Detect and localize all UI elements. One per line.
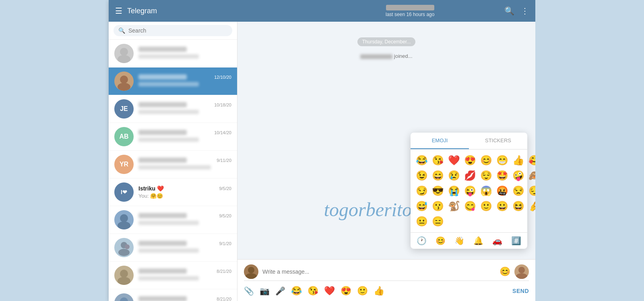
svg-point-11 (120, 297, 128, 301)
emoji-item[interactable]: 😗 (431, 199, 445, 213)
more-icon[interactable]: ⋮ (521, 6, 529, 16)
date-divider: Thursday, December... (246, 38, 527, 45)
chat-info-je: 10/18/20 (138, 102, 231, 116)
chat-name-p7 (138, 241, 187, 246)
toolbar-emoji-3[interactable]: 😍 (341, 286, 351, 296)
emoji-cat-notifications[interactable]: 🔔 (473, 236, 483, 246)
list-item-ab[interactable]: AB 10/14/20 (109, 123, 237, 151)
header: ☰ Telegram last seen 16 hours ago 🔍 ⋮ (109, 0, 535, 22)
emoji-item[interactable]: 💋 (463, 169, 477, 182)
chat-name-blurred (138, 47, 187, 52)
avatar-yr: YR (114, 155, 134, 174)
toolbar-heart[interactable]: ❤️ (324, 286, 335, 296)
chat-preview-active (138, 82, 199, 86)
emoji-item[interactable]: 😢 (447, 169, 461, 182)
emoji-item[interactable]: 🙈 (527, 169, 535, 182)
emoji-item[interactable]: 😭 (447, 184, 461, 198)
emoji-item[interactable]: 😜 (463, 184, 477, 198)
list-item-istriku[interactable]: I❤ Istriku ❤️ 9/5/20 You: 🤗😊 (109, 178, 237, 206)
list-item-p8[interactable]: 8/21/20 (109, 262, 237, 289)
emoji-item[interactable]: 😍 (463, 154, 477, 167)
toolbar-emoji-2[interactable]: 😘 (308, 286, 318, 296)
emoji-picker-tabs: EMOJI STICKERS (411, 133, 527, 149)
system-message: joined... (246, 53, 527, 59)
emoji-item[interactable]: 👍 (511, 154, 526, 167)
emoji-item[interactable]: 😱 (479, 184, 493, 198)
emoji-item[interactable]: 😌 (479, 169, 493, 182)
emoji-item[interactable]: 😊 (479, 154, 493, 167)
date-label: Thursday, December... (357, 37, 416, 46)
emoji-item[interactable]: 🤪 (511, 169, 526, 182)
emoji-item[interactable]: 😐 (415, 215, 429, 228)
emoji-item[interactable]: 🤌 (527, 199, 535, 213)
emoji-item[interactable]: 😑 (431, 215, 445, 228)
search-bar: 🔍 (109, 22, 237, 40)
svg-point-4 (120, 214, 128, 222)
list-item-je[interactable]: JE 10/18/20 (109, 95, 237, 123)
emoji-item[interactable]: 😉 (415, 169, 429, 182)
send-button[interactable]: SEND (512, 288, 529, 294)
svg-point-5 (118, 221, 130, 229)
mic-icon[interactable]: 🎤 (275, 286, 285, 296)
emoji-item[interactable]: 😄 (431, 169, 445, 182)
search-icon[interactable]: 🔍 (504, 6, 514, 16)
emoji-item[interactable]: 😆 (511, 199, 526, 213)
list-item-yr[interactable]: YR 9/11/20 (109, 151, 237, 178)
emoji-item[interactable]: 🐒 (447, 199, 461, 213)
emoji-item[interactable]: 🤩 (495, 169, 510, 182)
app-title: Telegram (127, 7, 316, 15)
search-input[interactable] (128, 27, 227, 34)
emoji-item[interactable]: 😒 (511, 184, 526, 198)
chat-name-je (138, 102, 187, 107)
toolbar-thumbsup[interactable]: 👍 (374, 286, 384, 296)
emoji-picker-toggle[interactable]: 😊 (500, 266, 510, 277)
avatar-p6 (114, 210, 134, 229)
list-item[interactable] (109, 40, 237, 68)
emoji-item[interactable]: ❤️ (447, 154, 461, 167)
camera-icon[interactable]: 📷 (260, 286, 270, 296)
menu-icon[interactable]: ☰ (115, 6, 122, 16)
chat-name-istriku: Istriku ❤️ (138, 185, 164, 192)
emoji-cat-recent[interactable]: 🕐 (417, 236, 427, 246)
emoji-cat-gestures[interactable]: 👋 (454, 236, 464, 246)
chat-list: 12/10/20 JE 10/18/20 (109, 40, 237, 301)
attach-icon[interactable]: 📎 (244, 286, 254, 296)
list-item-p6[interactable]: 9/5/20 (109, 206, 237, 234)
chat-preview-je (138, 110, 199, 114)
message-input[interactable] (262, 265, 495, 278)
emoji-cat-smileys[interactable]: 😊 (436, 236, 446, 246)
emoji-cat-travel[interactable]: 🚗 (492, 236, 502, 246)
emoji-item[interactable]: 😅 (415, 199, 429, 213)
chat-info-p8: 8/21/20 (138, 268, 231, 282)
chat-preview-istriku: You: 🤗😊 (138, 193, 231, 199)
emoji-item[interactable]: 😋 (463, 199, 477, 213)
emoji-item[interactable]: 😔 (527, 184, 535, 198)
emoji-item[interactable]: 🙂 (479, 199, 493, 213)
chat-info (138, 47, 231, 60)
chat-name-p8 (138, 268, 187, 274)
header-chat-info: last seen 16 hours ago (316, 5, 505, 17)
list-item-p7[interactable]: 9/1/20 (109, 234, 237, 262)
list-item-p9[interactable]: 8/21/20 (109, 289, 237, 301)
tab-stickers[interactable]: STICKERS (469, 133, 527, 149)
chat-time-je: 10/18/20 (214, 102, 231, 107)
emoji-item[interactable]: 😘 (431, 154, 445, 167)
emoji-item[interactable]: 😎 (431, 184, 445, 198)
emoji-item[interactable]: 😁 (495, 154, 510, 167)
emoji-item[interactable]: 😏 (415, 184, 429, 198)
tab-emoji[interactable]: EMOJI (411, 133, 469, 149)
toolbar-emoji-1[interactable]: 😂 (291, 286, 302, 296)
emoji-item[interactable]: 😀 (495, 199, 510, 213)
toolbar-emoji-4[interactable]: 🙂 (357, 286, 368, 296)
avatar-istriku: I❤ (114, 182, 134, 202)
emoji-cat-symbols[interactable]: #️⃣ (511, 236, 521, 246)
header-icons: 🔍 ⋮ (504, 6, 529, 16)
avatar (114, 44, 134, 63)
list-item-active[interactable]: 12/10/20 (109, 68, 237, 95)
emoji-item[interactable]: 😂 (415, 154, 429, 167)
emoji-item[interactable]: 🥰 (527, 154, 535, 167)
chat-info-p6: 9/5/20 (138, 213, 231, 227)
avatar-p8 (114, 266, 134, 285)
emoji-item[interactable]: 🤬 (495, 184, 510, 198)
search-wrapper: 🔍 (114, 25, 232, 36)
